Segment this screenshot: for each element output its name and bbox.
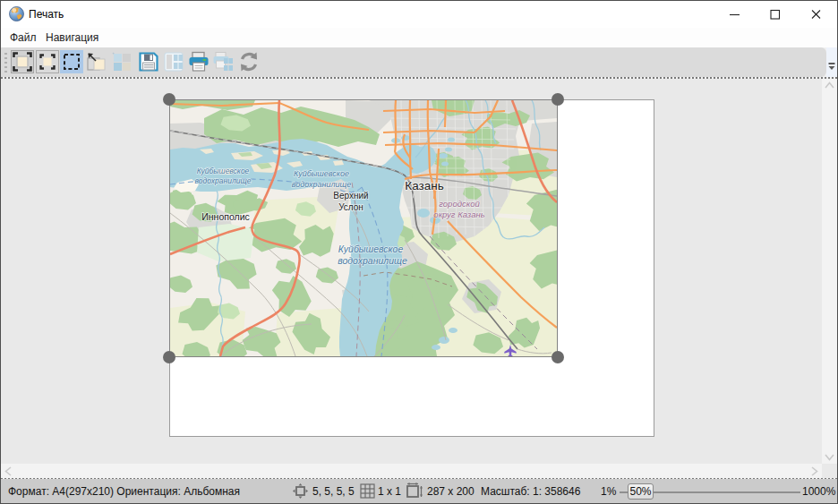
svg-text:Иннополис: Иннополис xyxy=(201,211,250,222)
svg-text:Казань: Казань xyxy=(405,179,443,192)
svg-text:водохранилище: водохранилище xyxy=(195,176,252,185)
svg-text:округ Казань: округ Казань xyxy=(433,209,484,219)
svg-text:Куйбышевское: Куйбышевское xyxy=(294,169,349,178)
svg-text:Куйбышевское: Куйбышевское xyxy=(197,167,250,175)
svg-text:Услон: Услон xyxy=(338,202,363,212)
svg-text:водохранилище: водохранилище xyxy=(292,180,352,189)
svg-text:Верхний: Верхний xyxy=(333,191,368,201)
svg-text:водохранилище: водохранилище xyxy=(338,255,407,266)
svg-text:городской: городской xyxy=(439,199,480,209)
svg-text:Куйбышевское: Куйбышевское xyxy=(338,243,404,254)
